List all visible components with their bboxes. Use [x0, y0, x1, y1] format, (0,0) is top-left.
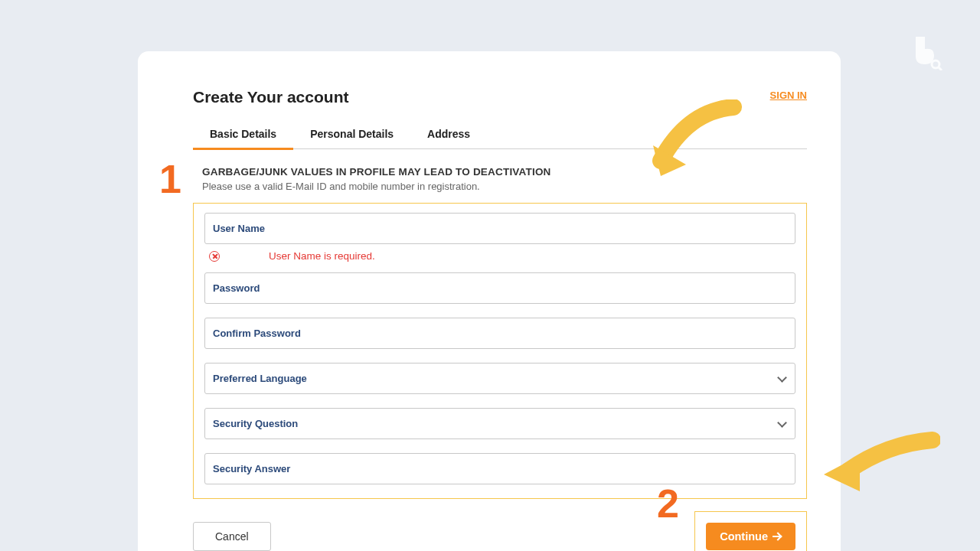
error-circle-x-icon [209, 251, 220, 262]
tab-address[interactable]: Address [410, 120, 487, 150]
field-label: Security Answer [213, 463, 290, 474]
header-row: Create Your account SIGN IN [193, 88, 807, 120]
field-label: User Name [213, 223, 265, 234]
warning-title: GARBAGE/JUNK VALUES IN PROFILE MAY LEAD … [202, 166, 807, 178]
username-error-text: User Name is required. [269, 250, 375, 262]
continue-highlight-box: Continue [694, 511, 807, 551]
warning-subtitle: Please use a valid E-Mail ID and mobile … [202, 181, 807, 192]
footer-row: Cancel Continue [193, 511, 807, 551]
sign-in-link[interactable]: SIGN IN [770, 90, 807, 101]
username-error-row: User Name is required. [209, 250, 795, 262]
field-label: Preferred Language [213, 373, 307, 384]
chevron-down-icon [778, 419, 787, 429]
arrow-right-icon [773, 533, 782, 540]
svg-line-1 [938, 67, 942, 70]
form-highlight-box: User Name User Name is required. Passwor… [193, 203, 807, 499]
field-label: Password [213, 282, 260, 294]
page-title: Create Your account [193, 88, 348, 106]
field-label: Confirm Password [213, 328, 301, 339]
field-label: Security Question [213, 418, 298, 429]
tab-personal-details[interactable]: Personal Details [293, 120, 410, 150]
continue-button[interactable]: Continue [706, 523, 795, 550]
warning-block: GARBAGE/JUNK VALUES IN PROFILE MAY LEAD … [202, 166, 807, 192]
svg-point-0 [932, 60, 939, 68]
security-answer-field[interactable]: Security Answer [204, 453, 795, 484]
chevron-down-icon [778, 374, 787, 383]
cancel-button[interactable]: Cancel [193, 522, 271, 551]
preferred-language-select[interactable]: Preferred Language [204, 363, 795, 394]
brand-logo-icon [910, 34, 943, 70]
username-field[interactable]: User Name [204, 213, 795, 244]
confirm-password-field[interactable]: Confirm Password [204, 318, 795, 349]
signup-card: Create Your account SIGN IN Basic Detail… [138, 51, 841, 551]
tabs: Basic Details Personal Details Address [193, 120, 807, 149]
continue-label: Continue [720, 530, 768, 543]
tab-basic-details[interactable]: Basic Details [193, 120, 293, 150]
security-question-select[interactable]: Security Question [204, 408, 795, 439]
password-field[interactable]: Password [204, 272, 795, 304]
